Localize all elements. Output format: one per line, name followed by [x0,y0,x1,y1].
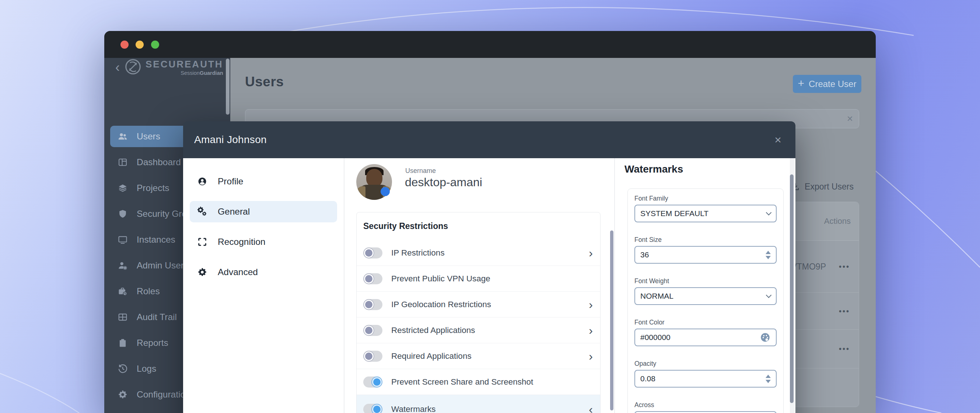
font-family-select[interactable]: SYSTEM DEFAULT [635,205,776,222]
shield-icon [118,209,128,219]
toggle-prevent-screen-share-and-screenshot[interactable] [363,376,382,387]
chevron-left-icon[interactable]: ‹ [589,403,593,413]
users-icon [118,131,128,142]
app-window: Users + Create User × Export Users Actio… [104,31,876,413]
field-value: #000000 [640,333,671,342]
gear-icon [197,267,207,277]
plus-icon: + [798,78,805,89]
field-label: Font Size [635,236,776,244]
font-color-input[interactable]: #000000 [635,328,776,346]
across-input[interactable]: 3 [635,411,776,413]
security-row-ip-restrictions: IP Restrictions › [356,240,600,266]
security-row-label: Prevent Public VPN Usage [391,274,490,284]
watermarks-panel: Watermarks Font Family SYSTEM DEFAULT Fo… [614,158,795,413]
tab-general[interactable]: General [190,201,337,222]
step-down-icon[interactable] [765,380,771,383]
zoom-window-button[interactable] [151,41,159,49]
modal-main-column: Username desktop-amani Security Restrict… [345,158,613,413]
create-user-label: Create User [809,79,856,89]
minimize-window-button[interactable] [135,41,144,49]
chevron-down-icon[interactable] [766,292,772,298]
more-horizontal-icon[interactable]: ••• [839,263,850,271]
export-users-button[interactable]: Export Users [791,182,854,192]
sidebar-item-label: Reports [137,338,169,348]
field-opacity: Opacity 0.08 [635,360,776,387]
step-up-icon[interactable] [765,375,771,378]
field-label: Across [635,401,776,409]
security-row-label: IP Geolocation Restrictions [391,300,491,309]
clipboard-icon [118,338,128,348]
clear-search-icon[interactable]: × [847,113,853,124]
brand-name: SECUREAUTH [146,59,223,69]
export-users-label: Export Users [805,182,854,192]
font-size-input[interactable]: 36 [635,246,776,264]
step-down-icon[interactable] [765,256,771,259]
field-value: SYSTEM DEFAULT [640,209,708,218]
modal-tab-list: Profile General Recognition Advanced [183,158,344,413]
chevron-right-icon[interactable]: › [589,247,593,259]
field-font-color: Font Color #000000 [635,319,776,346]
field-label: Opacity [635,360,776,368]
profile-icon [197,176,207,187]
security-row-label: Prevent Screen Share and Screenshot [391,377,533,387]
tab-advanced[interactable]: Advanced [190,262,337,283]
sidebar-item-label: Audit Trail [137,312,177,322]
tab-label: General [218,206,250,217]
secureauth-logo-icon [124,58,142,77]
sidebar-item-label: Configuration [137,389,191,400]
sidebar-item-label: Roles [137,286,160,297]
content-scrollbar[interactable] [610,230,613,410]
table-icon [118,312,128,322]
tab-label: Profile [218,176,243,187]
security-row-label: Restricted Applications [391,325,475,335]
opacity-input[interactable]: 0.08 [635,370,776,387]
field-font-family: Font Family SYSTEM DEFAULT [635,195,776,222]
panel-scrollbar-track [790,158,795,413]
toggle-watermarks[interactable] [363,404,382,413]
chevron-down-icon[interactable] [766,210,772,216]
security-row-label: IP Restrictions [391,248,445,258]
number-stepper[interactable] [765,375,771,383]
security-row-required-applications: Required Applications › [356,343,600,369]
gears-icon [197,206,207,217]
chevron-right-icon[interactable]: › [589,350,593,362]
app-content: Users + Create User × Export Users Actio… [104,58,876,413]
close-modal-icon[interactable]: × [775,134,781,146]
collapse-sidebar-icon[interactable]: ‹ [115,61,120,74]
layers-icon [118,183,128,193]
toggle-ip-restrictions[interactable] [363,247,382,258]
number-stepper[interactable] [765,251,771,259]
toggle-required-applications[interactable] [363,351,382,362]
chevron-right-icon[interactable]: › [589,324,593,336]
palette-icon[interactable] [760,332,771,343]
toggle-ip-geolocation-restrictions[interactable] [363,299,382,310]
sidebar-scrollbar[interactable] [226,59,229,115]
dashboard-icon [118,157,128,167]
sidebar-item-label: Dashboard [137,157,181,167]
toggle-prevent-public-vpn-usage[interactable] [363,273,382,284]
tab-recognition[interactable]: Recognition [190,231,337,253]
modal-body: Profile General Recognition Advanced Use… [183,158,795,413]
field-label: Font Family [635,195,776,203]
security-row-prevent-public-vpn-usage: Prevent Public VPN Usage [356,266,600,292]
page-title: Users [245,74,284,89]
toggle-restricted-applications[interactable] [363,325,382,336]
field-label: Font Weight [635,277,776,285]
tab-profile[interactable]: Profile [190,171,337,192]
sidebar-item-label: Logs [137,364,156,374]
security-restrictions-card: Security Restrictions IP Restrictions › … [356,212,601,413]
scan-icon [197,237,207,247]
more-horizontal-icon[interactable]: ••• [839,307,850,315]
sidebar-item-label: Admin Users [137,260,188,271]
panel-scrollbar[interactable] [790,174,794,403]
user-detail-modal: Amani Johnson × Profile General Recognit… [183,121,795,413]
create-user-button[interactable]: + Create User [793,75,861,93]
more-horizontal-icon[interactable]: ••• [839,345,850,353]
step-up-icon[interactable] [765,251,771,254]
close-window-button[interactable] [121,41,129,49]
sidebar-item-label: Instances [137,234,175,245]
font-weight-select[interactable]: NORMAL [635,287,776,305]
security-row-ip-geolocation-restrictions: IP Geolocation Restrictions › [356,292,600,317]
chevron-right-icon[interactable]: › [589,299,593,311]
modal-title: Amani Johnson [194,134,267,146]
